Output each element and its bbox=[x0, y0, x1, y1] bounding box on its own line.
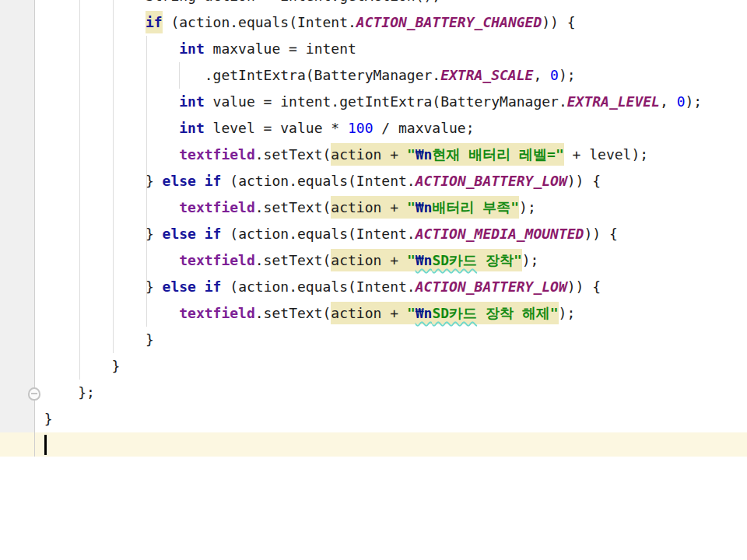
highlighted-token: 장착 해제" bbox=[477, 302, 559, 324]
code-token bbox=[36, 305, 179, 321]
code-token: .setText( bbox=[255, 199, 331, 215]
code-token: / maxvalue; bbox=[374, 120, 475, 136]
code-token: ); bbox=[519, 199, 536, 215]
code-line[interactable]: .getIntExtra(BatteryManager.EXTRA_SCALE,… bbox=[36, 62, 576, 89]
code-token: (action.equals(Intent. bbox=[221, 173, 415, 189]
code-line[interactable]: textfield.setText(action + "₩n현재 배터리 레벨=… bbox=[36, 142, 648, 168]
code-token: String action = intent.getAction(); bbox=[36, 0, 440, 4]
code-token: textfield bbox=[179, 146, 255, 163]
code-token: textfield bbox=[179, 252, 255, 268]
code-token: else bbox=[163, 226, 196, 242]
code-line[interactable]: } else if (action.equals(Intent.ACTION_M… bbox=[36, 221, 618, 247]
highlighted-token: action + bbox=[331, 196, 407, 219]
code-token: }; bbox=[36, 384, 95, 401]
code-token: .setText( bbox=[255, 146, 331, 163]
code-token: (action.equals(Intent. bbox=[221, 278, 415, 295]
code-line[interactable]: String action = intent.getAction(); bbox=[36, 0, 440, 9]
highlighted-token: " bbox=[407, 143, 416, 166]
code-token bbox=[36, 252, 179, 268]
code-token: ACTION_BATTERY_CHANGED bbox=[356, 14, 542, 30]
code-line[interactable]: } else if (action.equals(Intent.ACTION_B… bbox=[36, 274, 601, 300]
code-token: ); bbox=[559, 305, 576, 321]
code-editor: String action = intent.getAction(); if (… bbox=[0, 0, 747, 457]
code-token: )) { bbox=[567, 278, 601, 295]
code-line[interactable]: } else if (action.equals(Intent.ACTION_B… bbox=[36, 168, 601, 194]
code-token: .setText( bbox=[255, 252, 331, 268]
code-token: } bbox=[36, 358, 120, 374]
code-line[interactable]: int value = intent.getIntExtra(BatteryMa… bbox=[36, 89, 702, 115]
code-area[interactable]: String action = intent.getAction(); if (… bbox=[36, 0, 747, 457]
code-token: + level); bbox=[564, 146, 648, 163]
code-token: textfield bbox=[179, 305, 255, 321]
spellcheck-squiggle-token: SD카드 bbox=[432, 249, 477, 271]
code-token: ACTION_BATTERY_LOW bbox=[416, 278, 567, 295]
code-token: } bbox=[36, 173, 163, 189]
code-token: if bbox=[205, 173, 222, 189]
minus-glyph bbox=[31, 393, 37, 394]
code-token bbox=[36, 146, 179, 163]
code-token: if bbox=[205, 226, 222, 242]
highlighted-token: action + bbox=[331, 249, 407, 271]
code-token: } bbox=[36, 226, 163, 242]
code-line[interactable]: } bbox=[36, 353, 120, 380]
code-token bbox=[36, 14, 146, 30]
spellcheck-squiggle-token: ₩n bbox=[416, 249, 433, 271]
highlighted-token: " bbox=[407, 196, 416, 219]
code-line[interactable]: } bbox=[36, 406, 53, 432]
code-token: EXTRA_SCALE bbox=[440, 67, 533, 83]
code-line[interactable]: textfield.setText(action + "₩nSD카드 장착 해제… bbox=[36, 300, 575, 327]
code-token: else bbox=[163, 173, 196, 189]
code-line[interactable]: textfield.setText(action + "₩n배터리 부족"); bbox=[36, 194, 536, 221]
code-token: , bbox=[660, 93, 677, 110]
code-token: )) { bbox=[584, 226, 617, 242]
highlighted-token: if bbox=[146, 11, 163, 33]
highlighted-token: ₩n bbox=[416, 196, 433, 219]
text-cursor bbox=[44, 435, 47, 455]
code-token bbox=[196, 173, 205, 189]
code-token: )) { bbox=[567, 173, 601, 189]
code-token: ); bbox=[686, 93, 703, 110]
code-token: int bbox=[179, 40, 205, 57]
code-token: ACTION_BATTERY_LOW bbox=[416, 173, 567, 189]
code-token: maxvalue = intent bbox=[205, 40, 356, 57]
highlighted-token: " bbox=[407, 302, 416, 324]
code-token: int bbox=[179, 93, 205, 110]
code-line[interactable]: }; bbox=[36, 380, 95, 406]
code-token: level = value * bbox=[205, 120, 348, 136]
code-token: ACTION_MEDIA_MOUNTED bbox=[416, 226, 584, 242]
highlighted-token: action + bbox=[331, 143, 407, 166]
spellcheck-squiggle-token: SD카드 bbox=[432, 302, 477, 324]
code-token: if bbox=[205, 278, 222, 295]
code-token: ); bbox=[559, 67, 576, 83]
code-token: (action.equals(Intent. bbox=[163, 14, 356, 30]
code-line[interactable]: } bbox=[36, 327, 154, 353]
editor-folding-gutter[interactable] bbox=[0, 0, 34, 457]
code-token bbox=[36, 199, 179, 215]
code-token: 0 bbox=[550, 67, 559, 83]
code-token: } bbox=[36, 331, 154, 348]
highlighted-token: " bbox=[407, 249, 416, 271]
code-token: 0 bbox=[677, 93, 686, 110]
code-token bbox=[36, 120, 179, 136]
highlighted-token: action + bbox=[331, 302, 407, 324]
code-token: 100 bbox=[348, 120, 374, 136]
spellcheck-squiggle-token: ₩n bbox=[416, 302, 433, 324]
highlighted-token: 현재 배터리 레벨=" bbox=[432, 143, 563, 166]
code-token: ); bbox=[522, 252, 539, 268]
code-token: EXTRA_LEVEL bbox=[567, 93, 660, 110]
code-token bbox=[36, 93, 179, 110]
code-token bbox=[36, 40, 179, 57]
fold-collapse-icon[interactable] bbox=[28, 387, 40, 401]
code-line-current[interactable] bbox=[36, 432, 47, 457]
code-line[interactable]: if (action.equals(Intent.ACTION_BATTERY_… bbox=[36, 9, 576, 36]
code-token: .setText( bbox=[255, 305, 331, 321]
code-token: (action.equals(Intent. bbox=[221, 226, 415, 242]
code-line[interactable]: int maxvalue = intent bbox=[36, 36, 356, 62]
code-line[interactable]: textfield.setText(action + "₩nSD카드 장착"); bbox=[36, 247, 538, 274]
code-token: , bbox=[533, 67, 550, 83]
code-line[interactable]: int level = value * 100 / maxvalue; bbox=[36, 115, 475, 142]
code-token bbox=[36, 437, 44, 453]
highlighted-token: 배터리 부족" bbox=[432, 196, 519, 219]
code-token bbox=[196, 278, 205, 295]
code-token: )) { bbox=[542, 14, 575, 30]
